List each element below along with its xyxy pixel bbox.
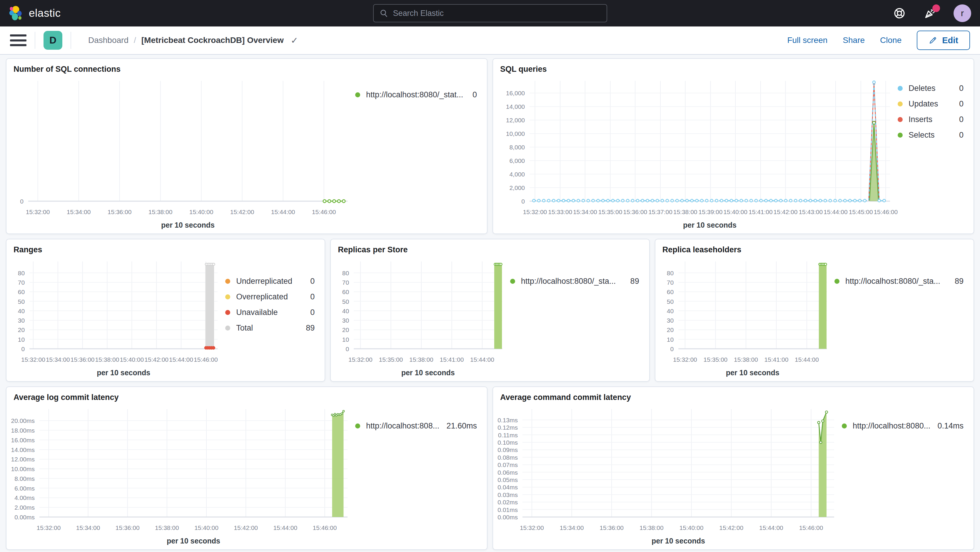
hamburger-icon <box>10 34 27 37</box>
svg-text:15:41:00: 15:41:00 <box>440 356 464 363</box>
svg-text:15:39:00: 15:39:00 <box>698 208 723 215</box>
command-commit-latency-chart[interactable]: 0.00ms0.01ms0.02ms0.03ms0.04ms0.05ms0.06… <box>495 403 842 547</box>
svg-text:per 10 seconds: per 10 seconds <box>167 537 220 545</box>
legend-item[interactable]: Inserts0 <box>898 115 964 124</box>
legend-series-value: 89 <box>955 277 964 286</box>
svg-text:2,000: 2,000 <box>509 185 525 191</box>
svg-text:0: 0 <box>21 345 25 352</box>
log-commit-latency-chart[interactable]: 0.00ms2.00ms4.00ms6.00ms8.00ms10.00ms12.… <box>9 403 355 547</box>
clone-button[interactable]: Clone <box>880 36 902 45</box>
chart-legend: http://localhost:8080...0.14ms <box>842 403 971 547</box>
legend-series-dot <box>355 92 360 97</box>
svg-text:40: 40 <box>667 308 673 314</box>
legend-item[interactable]: Unavailable0 <box>225 308 315 317</box>
svg-text:15:46:00: 15:46:00 <box>873 208 898 215</box>
svg-text:15:32:00: 15:32:00 <box>37 524 61 531</box>
panel-title: Average log commit latency <box>6 387 487 403</box>
legend-item[interactable]: Selects0 <box>898 130 964 140</box>
svg-text:15:32:00: 15:32:00 <box>523 208 547 215</box>
replica-leaseholders-chart[interactable]: 0102030405060708015:32:0015:35:0015:38:0… <box>658 256 834 379</box>
legend-series-dot <box>898 102 903 107</box>
legend-item[interactable]: http://localhost:8080/_sta...89 <box>510 277 639 286</box>
legend-series-value: 0 <box>959 115 964 124</box>
news-button[interactable] <box>923 6 937 20</box>
elastic-brand[interactable]: elastic <box>0 5 60 21</box>
svg-text:15:46:00: 15:46:00 <box>313 524 337 531</box>
breadcrumb-dashboard[interactable]: Dashboard <box>88 36 129 45</box>
legend-item[interactable]: Updates0 <box>898 99 964 108</box>
svg-text:15:34:00: 15:34:00 <box>573 208 597 215</box>
svg-text:15:32:00: 15:32:00 <box>21 356 45 363</box>
page-title[interactable]: [Metricbeat CockroachDB] Overview <box>142 36 284 45</box>
svg-text:15:43:00: 15:43:00 <box>799 208 823 215</box>
legend-series-value: 89 <box>306 323 315 332</box>
svg-text:60: 60 <box>18 288 25 295</box>
svg-text:50: 50 <box>342 298 349 305</box>
life-ring-icon <box>893 7 905 19</box>
sql-connections-chart[interactable]: 015:32:0015:34:0015:36:0015:38:0015:40:0… <box>9 75 355 231</box>
svg-text:20: 20 <box>667 326 673 333</box>
svg-text:2.00ms: 2.00ms <box>14 504 35 511</box>
svg-text:12.00ms: 12.00ms <box>11 456 35 463</box>
menu-button[interactable] <box>10 34 27 46</box>
user-avatar[interactable]: r <box>953 5 971 22</box>
svg-text:0: 0 <box>346 345 349 352</box>
svg-text:40: 40 <box>18 308 25 314</box>
search-input[interactable] <box>393 9 601 18</box>
edit-button[interactable]: Edit <box>917 30 970 50</box>
help-button[interactable] <box>892 6 907 20</box>
svg-text:20: 20 <box>342 326 349 333</box>
legend-series-dot <box>842 423 847 428</box>
legend-series-label: Inserts <box>908 115 932 124</box>
legend-series-value: 0 <box>959 84 964 93</box>
chart-legend: http://localhost:808...21.60ms <box>355 403 485 547</box>
svg-text:15:34:00: 15:34:00 <box>46 356 70 363</box>
svg-text:80: 80 <box>667 270 673 277</box>
svg-text:0.04ms: 0.04ms <box>498 484 518 490</box>
svg-text:15:44:00: 15:44:00 <box>273 524 297 531</box>
svg-text:15:36:00: 15:36:00 <box>600 524 624 531</box>
share-button[interactable]: Share <box>843 36 865 45</box>
legend-series-label: http://localhost:808... <box>366 422 439 431</box>
replicas-per-store-chart[interactable]: 0102030405060708015:32:0015:35:0015:38:0… <box>333 256 510 379</box>
svg-text:15:40:00: 15:40:00 <box>194 524 218 531</box>
legend-item[interactable]: http://localhost:8080...0.14ms <box>842 422 964 431</box>
legend-item[interactable]: http://localhost:808...21.60ms <box>355 422 477 431</box>
legend-item[interactable]: http://localhost:8080/_stat...0 <box>355 90 477 99</box>
sql-queries-chart[interactable]: 02,0004,0006,0008,00010,00012,00014,0001… <box>495 75 898 231</box>
brand-wordmark: elastic <box>29 7 60 19</box>
legend-item[interactable]: Deletes0 <box>898 84 964 93</box>
svg-text:60: 60 <box>667 288 673 295</box>
svg-text:15:42:00: 15:42:00 <box>234 524 258 531</box>
svg-text:per 10 seconds: per 10 seconds <box>161 221 215 229</box>
svg-text:70: 70 <box>667 279 673 286</box>
legend-item[interactable]: http://localhost:8080/_sta...89 <box>834 277 964 286</box>
legend-series-label: http://localhost:8080/_sta... <box>845 277 940 286</box>
legend-series-label: http://localhost:8080/_sta... <box>521 277 616 286</box>
space-switcher[interactable]: D <box>43 31 62 50</box>
notification-dot <box>932 5 940 12</box>
global-search[interactable] <box>373 4 607 22</box>
legend-item[interactable]: Total89 <box>225 323 315 332</box>
svg-text:12,000: 12,000 <box>506 117 525 124</box>
header-icons: r <box>892 0 971 27</box>
svg-text:50: 50 <box>667 298 673 305</box>
svg-text:80: 80 <box>342 270 349 277</box>
ranges-chart[interactable]: 0102030405060708015:32:0015:34:0015:36:0… <box>9 256 225 379</box>
legend-series-dot <box>225 310 230 315</box>
svg-text:15:32:00: 15:32:00 <box>26 208 50 215</box>
svg-text:per 10 seconds: per 10 seconds <box>652 537 705 545</box>
svg-text:15:34:00: 15:34:00 <box>76 524 100 531</box>
legend-item[interactable]: Underreplicated0 <box>225 277 315 286</box>
svg-text:15:46:00: 15:46:00 <box>312 208 336 215</box>
breadcrumb: Dashboard / [Metricbeat CockroachDB] Ove… <box>88 35 298 46</box>
svg-text:16.00ms: 16.00ms <box>11 437 35 444</box>
svg-text:0.05ms: 0.05ms <box>498 476 518 483</box>
svg-text:15:38:00: 15:38:00 <box>148 208 173 215</box>
legend-item[interactable]: Overreplicated0 <box>225 292 315 301</box>
panel-ranges: Ranges 0102030405060708015:32:0015:34:00… <box>6 239 325 382</box>
svg-text:15:46:00: 15:46:00 <box>799 524 823 531</box>
full-screen-button[interactable]: Full screen <box>787 36 827 45</box>
panel-replicas-per-store: Replicas per Store 0102030405060708015:3… <box>330 239 649 382</box>
svg-text:15:37:00: 15:37:00 <box>648 208 673 215</box>
